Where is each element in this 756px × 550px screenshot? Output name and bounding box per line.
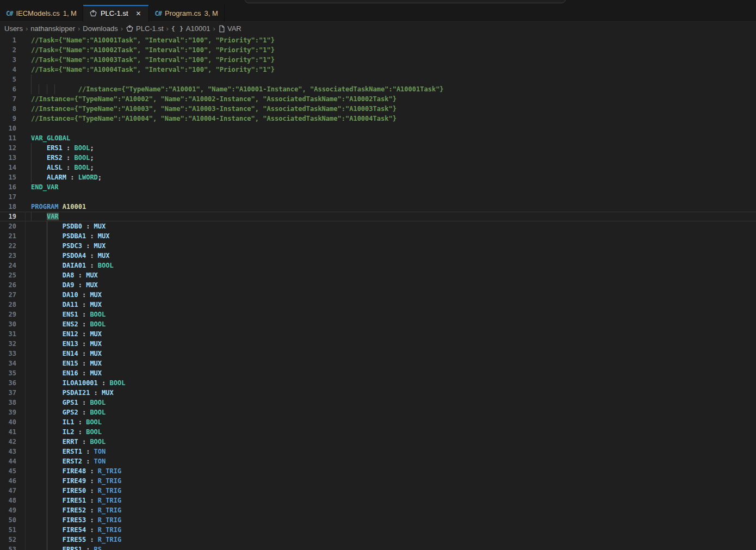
code-line[interactable]: 20 PSDB0 : MUX xyxy=(0,221,756,231)
code-line[interactable]: 41 IL2 : BOOL xyxy=(0,427,756,437)
code-line[interactable]: 43 ERST1 : TON xyxy=(0,447,756,456)
code-text: //Task={"Name":"A10001Task", "Interval":… xyxy=(31,35,275,45)
tab-program-cs[interactable]: C#Program.cs3, M xyxy=(149,5,225,22)
code-line[interactable]: 35 EN16 : MUX xyxy=(0,368,756,378)
code-text: DA11 : MUX xyxy=(31,300,102,310)
code-text: EN15 : MUX xyxy=(31,359,102,368)
code-line[interactable]: 7//Instance={"TypeName":"A10002", "Name"… xyxy=(0,94,756,104)
line-number: 19 xyxy=(0,212,16,221)
line-number: 52 xyxy=(0,535,16,545)
code-line[interactable]: 50 FIRE53 : R_TRIG xyxy=(0,515,756,525)
code-line[interactable]: 11VAR_GLOBAL xyxy=(0,133,756,143)
code-text: //Instance={"TypeName":"A10001", "Name":… xyxy=(31,84,444,94)
line-number: 53 xyxy=(0,545,16,550)
code-line[interactable]: 34 EN15 : MUX xyxy=(0,359,756,368)
breadcrumb-item-users[interactable]: Users xyxy=(4,24,23,33)
code-line[interactable]: 1//Task={"Name":"A10001Task", "Interval"… xyxy=(0,35,756,45)
code-line[interactable]: 23 PSDOA4 : MUX xyxy=(0,251,756,261)
code-text: PSDB0 : MUX xyxy=(31,221,106,231)
structured-text-file-icon xyxy=(89,9,97,17)
breadcrumb-label: VAR xyxy=(227,24,241,33)
line-number: 41 xyxy=(0,427,16,437)
code-line[interactable]: 9//Instance={"TypeName":"A10004", "Name"… xyxy=(0,114,756,123)
code-text: EN14 : MUX xyxy=(31,349,102,359)
code-text: FIRE51 : R_TRIG xyxy=(31,496,121,505)
code-line[interactable]: 18PROGRAM A10001 xyxy=(0,202,756,212)
code-line[interactable]: 49 FIRE52 : R_TRIG xyxy=(0,505,756,515)
code-text: IL2 : BOOL xyxy=(31,427,102,437)
code-line[interactable]: 12 ERS1 : BOOL; xyxy=(0,143,756,153)
code-line-current[interactable]: 19 VAR xyxy=(0,212,756,221)
code-line[interactable]: 10 xyxy=(0,123,756,133)
line-number: 15 xyxy=(0,172,16,182)
code-line[interactable]: 39 GPS2 : BOOL xyxy=(0,407,756,417)
code-line[interactable]: 52 FIRE55 : R_TRIG xyxy=(0,535,756,545)
code-line[interactable]: 2//Task={"Name":"A10002Task", "Interval"… xyxy=(0,45,756,55)
code-line[interactable]: 47 FIRE50 : R_TRIG xyxy=(0,486,756,496)
code-line[interactable]: 5 xyxy=(0,75,756,84)
code-line[interactable]: 30 ENS2 : BOOL xyxy=(0,319,756,329)
code-line[interactable]: 40 IL1 : BOOL xyxy=(0,417,756,427)
tab-close-icon[interactable]: ✕ xyxy=(135,9,142,18)
indent-guide-left-rail xyxy=(25,212,26,550)
tab-label: Program.cs xyxy=(165,9,201,17)
code-line[interactable]: 21 PSDBA1 : MUX xyxy=(0,231,756,241)
breadcrumb-separator-icon: › xyxy=(78,24,80,33)
line-number: 22 xyxy=(0,241,16,251)
code-editor[interactable]: 1//Task={"Name":"A10001Task", "Interval"… xyxy=(0,35,756,550)
code-line[interactable]: 44 ERST2 : TON xyxy=(0,456,756,466)
code-line[interactable]: 16END_VAR xyxy=(0,182,756,192)
code-line[interactable]: 24 DAIA01 : BOOL xyxy=(0,261,756,270)
breadcrumb-item-plc-1-st[interactable]: PLC-1.st xyxy=(126,24,164,33)
code-text: DA9 : MUX xyxy=(31,280,98,290)
code-line[interactable]: 38 GPS1 : BOOL xyxy=(0,398,756,407)
code-line[interactable]: 4//Task={"Name":"A10004Task", "Interval"… xyxy=(0,65,756,75)
tab-plc-1-st[interactable]: PLC-1.st✕ xyxy=(83,5,149,22)
code-line[interactable]: 42 ERRT : BOOL xyxy=(0,437,756,447)
code-line[interactable]: 25 DA8 : MUX xyxy=(0,270,756,280)
code-line[interactable]: 3//Task={"Name":"A10003Task", "Interval"… xyxy=(0,55,756,65)
code-line[interactable]: 29 ENS1 : BOOL xyxy=(0,310,756,319)
code-line[interactable]: 8//Instance={"TypeName":"A10003", "Name"… xyxy=(0,104,756,114)
code-line[interactable]: 48 FIRE51 : R_TRIG xyxy=(0,496,756,505)
code-line[interactable]: 6 //Instance={"TypeName":"A10001", "Name… xyxy=(0,84,756,94)
command-center-searchbox[interactable] xyxy=(245,0,566,3)
code-line[interactable]: 32 EN13 : MUX xyxy=(0,339,756,349)
line-number: 12 xyxy=(0,143,16,153)
structured-text-file-icon xyxy=(126,24,134,33)
code-line[interactable]: 36 ILOA10001 : BOOL xyxy=(0,378,756,388)
code-line[interactable]: 15 ALARM : LWORD; xyxy=(0,172,756,182)
breadcrumb-item-var[interactable]: VAR xyxy=(218,24,241,33)
code-line[interactable]: 51 FIRE54 : R_TRIG xyxy=(0,525,756,535)
tab-bar-empty-space xyxy=(225,5,756,22)
code-line[interactable]: 17 xyxy=(0,192,756,202)
code-text: DAIA01 : BOOL xyxy=(31,261,114,270)
breadcrumb-item-downloads[interactable]: Downloads xyxy=(83,24,117,33)
code-line[interactable]: 13 ERS2 : BOOL; xyxy=(0,153,756,163)
line-number: 36 xyxy=(0,378,16,388)
code-line[interactable]: 45 FIRE48 : R_TRIG xyxy=(0,466,756,476)
tab-iecmodels-cs[interactable]: C#IECModels.cs1, M xyxy=(0,5,83,22)
code-line[interactable]: 53 ERRS1 : RS xyxy=(0,545,756,550)
line-number: 17 xyxy=(0,192,16,202)
line-number: 8 xyxy=(0,104,16,114)
line-number: 45 xyxy=(0,466,16,476)
code-line[interactable]: 37 PSDAI21 : MUX xyxy=(0,388,756,398)
code-line[interactable]: 26 DA9 : MUX xyxy=(0,280,756,290)
breadcrumb-item-nathanskipper[interactable]: nathanskipper xyxy=(30,24,75,33)
breadcrumb-item-a10001[interactable]: { }A10001 xyxy=(171,24,210,33)
code-line[interactable]: 31 EN12 : MUX xyxy=(0,329,756,339)
line-number: 49 xyxy=(0,505,16,515)
code-line[interactable]: 27 DA10 : MUX xyxy=(0,290,756,300)
code-line[interactable]: 22 PSDC3 : MUX xyxy=(0,241,756,251)
line-number: 9 xyxy=(0,114,16,123)
code-line[interactable]: 28 DA11 : MUX xyxy=(0,300,756,310)
breadcrumb-label: PLC-1.st xyxy=(136,24,164,33)
code-text: PSDBA1 : MUX xyxy=(31,231,110,241)
code-line[interactable]: 46 FIRE49 : R_TRIG xyxy=(0,476,756,486)
code-line[interactable]: 33 EN14 : MUX xyxy=(0,349,756,359)
line-number: 23 xyxy=(0,251,16,261)
csharp-file-icon: C# xyxy=(6,10,13,17)
code-line[interactable]: 14 ALSL : BOOL; xyxy=(0,163,756,172)
line-number: 1 xyxy=(0,35,16,45)
